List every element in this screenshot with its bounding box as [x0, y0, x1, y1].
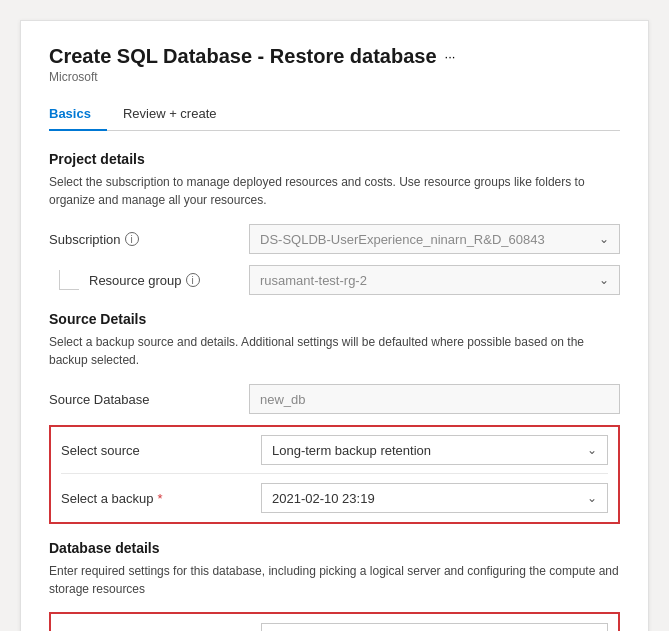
page-title: Create SQL Database - Restore database	[49, 45, 437, 68]
subscription-row: Subscription i DS-SQLDB-UserExperience_n…	[49, 223, 620, 255]
resource-indent	[49, 270, 89, 290]
select-backup-dropdown-arrow: ⌄	[587, 491, 597, 505]
ellipsis-menu[interactable]: ···	[445, 49, 456, 64]
subscription-info-icon[interactable]: i	[125, 232, 139, 246]
select-source-label: Select source	[61, 443, 261, 458]
database-name-row: Database name * new_db_2021-02-10T23-19Z…	[61, 622, 608, 631]
select-source-row: Select source Long-term backup retention…	[61, 435, 608, 474]
project-details-title: Project details	[49, 151, 620, 167]
project-details-desc: Select the subscription to manage deploy…	[49, 173, 620, 209]
database-name-field[interactable]: new_db_2021-02-10T23-19Z ✓	[261, 623, 608, 631]
page-subtitle: Microsoft	[49, 70, 620, 84]
subscription-dropdown-arrow: ⌄	[599, 232, 609, 246]
tab-basics[interactable]: Basics	[49, 98, 107, 131]
database-details-desc: Enter required settings for this databas…	[49, 562, 620, 598]
source-details-title: Source Details	[49, 311, 620, 327]
resource-group-label: Resource group i	[89, 273, 249, 288]
tab-review-create[interactable]: Review + create	[123, 98, 233, 131]
resource-group-row: Resource group i rusamant-test-rg-2 ⌄	[49, 265, 620, 295]
subscription-dropdown[interactable]: DS-SQLDB-UserExperience_ninarn_R&D_60843…	[249, 224, 620, 254]
select-backup-dropdown[interactable]: 2021-02-10 23:19 ⌄	[261, 483, 608, 513]
source-backup-highlight-box: Select source Long-term backup retention…	[49, 425, 620, 524]
source-database-label: Source Database	[49, 392, 249, 407]
subscription-label: Subscription i	[49, 232, 249, 247]
resource-group-info-icon[interactable]: i	[186, 273, 200, 287]
database-details-title: Database details	[49, 540, 620, 556]
resource-group-dropdown-arrow: ⌄	[599, 273, 609, 287]
select-backup-label: Select a backup *	[61, 491, 261, 506]
resource-group-dropdown[interactable]: rusamant-test-rg-2 ⌄	[249, 265, 620, 295]
main-card: Create SQL Database - Restore database ·…	[20, 20, 649, 631]
select-backup-required: *	[158, 491, 163, 506]
select-source-dropdown-arrow: ⌄	[587, 443, 597, 457]
select-backup-row: Select a backup * 2021-02-10 23:19 ⌄	[61, 482, 608, 514]
source-database-field: new_db	[249, 384, 620, 414]
database-name-highlight-box: Database name * new_db_2021-02-10T23-19Z…	[49, 612, 620, 631]
select-source-dropdown[interactable]: Long-term backup retention ⌄	[261, 435, 608, 465]
source-database-row: Source Database new_db	[49, 383, 620, 415]
tabs-bar: Basics Review + create	[49, 98, 620, 131]
source-details-desc: Select a backup source and details. Addi…	[49, 333, 620, 369]
